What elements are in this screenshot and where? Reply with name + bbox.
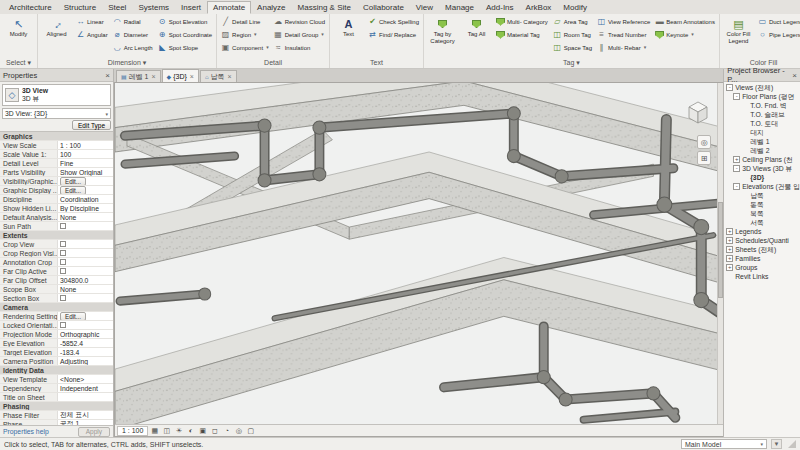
properties-help-link[interactable]: Properties help: [3, 428, 49, 435]
arc-length-dimension-button[interactable]: ◡ Arc Length: [111, 41, 155, 54]
property-row[interactable]: Projection Mode Orthographic: [0, 330, 113, 339]
property-row[interactable]: Dependency Independent: [0, 384, 113, 393]
apply-button[interactable]: Apply: [78, 427, 110, 437]
browser-item[interactable]: 남쪽: [724, 191, 800, 200]
browser-item[interactable]: + Sheets (전체): [724, 245, 800, 254]
tree-toggle-icon[interactable]: +: [726, 228, 733, 235]
browser-item[interactable]: - 3D Views (3D 뷰: [724, 164, 800, 173]
view-tab-close-icon[interactable]: ×: [190, 73, 194, 80]
browser-item[interactable]: + Families: [724, 254, 800, 263]
property-row[interactable]: Far Clip Offset 304800.0: [0, 276, 113, 285]
check-spelling-button[interactable]: ✔ Check Spelling: [366, 15, 421, 28]
visual-style-icon[interactable]: ◫: [161, 426, 172, 436]
spot-elevation-button[interactable]: ⊙ Spot Elevation: [156, 15, 214, 28]
detail-component-button[interactable]: ▣ Component ▾: [219, 41, 271, 54]
area-tag-button[interactable]: ▱ Area Tag: [551, 15, 594, 28]
browser-item[interactable]: 동쪽: [724, 200, 800, 209]
view-tab[interactable]: ◆ {3D} ×: [162, 69, 199, 82]
section-box-icon[interactable]: ▢: [245, 426, 256, 436]
property-row[interactable]: Graphics: [0, 132, 113, 141]
find-replace-button[interactable]: ⇄ Find/ Replace: [366, 28, 421, 41]
multi-rebar-button[interactable]: ∥ Multi- Rebar ▾: [595, 41, 652, 54]
tree-toggle-icon[interactable]: +: [726, 246, 733, 253]
ribbon-tab[interactable]: Steel: [102, 1, 132, 14]
3d-scene[interactable]: [115, 83, 723, 436]
ribbon-tab[interactable]: Massing & Site: [292, 1, 357, 14]
view-scale-control[interactable]: 1 : 100: [117, 426, 148, 436]
browser-item[interactable]: + Legends: [724, 227, 800, 236]
panel-label-tag[interactable]: Tag ▾: [425, 57, 718, 68]
panel-label-detail[interactable]: Detail: [218, 57, 328, 68]
steering-wheel-button[interactable]: ◎: [697, 135, 711, 149]
browser-item[interactable]: + Ceiling Plans (천: [724, 155, 800, 164]
color-fill-legend-button[interactable]: ▤ Color Fill Legend: [722, 15, 755, 57]
tree-toggle-icon[interactable]: +: [726, 255, 733, 262]
property-row[interactable]: Discipline Coordination: [0, 195, 113, 204]
view-reference-button[interactable]: ◫ View Reference: [595, 15, 652, 28]
project-browser-close-icon[interactable]: ×: [792, 71, 797, 80]
browser-item[interactable]: T.O. 토대: [724, 119, 800, 128]
view-tab[interactable]: ▤ 레벨 1 ×: [116, 70, 161, 82]
scrollbar-thumb[interactable]: [718, 202, 723, 297]
property-row[interactable]: Rendering Settings Edit...: [0, 312, 113, 321]
reveal-hidden-icon[interactable]: ◎: [233, 426, 244, 436]
ribbon-tab[interactable]: View: [410, 1, 439, 14]
aligned-dimension-button[interactable]: ↔ Aligned: [40, 15, 73, 57]
room-tag-button[interactable]: ◫ Room Tag: [551, 28, 594, 41]
edit-type-button[interactable]: Edit Type: [72, 120, 111, 130]
browser-item[interactable]: Revit Links: [724, 272, 800, 281]
view-tab[interactable]: ⌂ 남쪽 ×: [200, 70, 237, 82]
ribbon-tab[interactable]: Modify: [557, 1, 593, 14]
type-selector[interactable]: ◇ 3D View 3D 뷰: [2, 84, 111, 106]
view-cube[interactable]: [683, 97, 713, 131]
ribbon-tab[interactable]: Insert: [175, 1, 207, 14]
detail-level-icon[interactable]: ▦: [149, 426, 160, 436]
sun-path-icon[interactable]: ☀: [173, 426, 184, 436]
text-button[interactable]: A Text: [332, 15, 365, 57]
browser-item[interactable]: T.O. Fnd. 벽: [724, 101, 800, 110]
browser-item[interactable]: 대지: [724, 128, 800, 137]
tree-toggle-icon[interactable]: +: [733, 156, 740, 163]
browser-item[interactable]: 레벨 2: [724, 146, 800, 155]
browser-item[interactable]: T.O. 슬래브: [724, 110, 800, 119]
property-row[interactable]: Crop View: [0, 240, 113, 249]
property-row[interactable]: Default Analysis... None: [0, 213, 113, 222]
tree-toggle-icon[interactable]: -: [733, 165, 740, 172]
browser-item[interactable]: {3D}: [724, 173, 800, 182]
property-row[interactable]: View Template <None>: [0, 375, 113, 384]
revision-cloud-button[interactable]: ☁ Revision Cloud: [272, 15, 327, 28]
browser-item[interactable]: - Elevations (건물 입: [724, 182, 800, 191]
property-row[interactable]: Far Clip Active: [0, 267, 113, 276]
drawing-area[interactable]: ◎ ⊞ 1 : 100 ▦◫☀◐▣◻◔◎▢: [114, 82, 723, 437]
instance-combo[interactable]: 3D View: {3D} ▾: [2, 108, 111, 119]
selection-filter-icon[interactable]: ▼: [771, 439, 782, 449]
panel-label-select[interactable]: Select ▾: [1, 57, 36, 68]
property-row[interactable]: Target Elevation -183.4: [0, 348, 113, 357]
material-tag-button[interactable]: Material Tag: [494, 28, 550, 41]
space-tag-button[interactable]: ◫ Space Tag: [551, 41, 594, 54]
browser-item[interactable]: - Floor Plans (평면: [724, 92, 800, 101]
beam-annotations-button[interactable]: ▬ Beam Annotations: [653, 15, 717, 28]
viewport-scrollbar[interactable]: [717, 83, 723, 424]
browser-item[interactable]: 레벨 1: [724, 137, 800, 146]
panel-label-text[interactable]: Text: [331, 57, 422, 68]
property-row[interactable]: View Scale 1 : 100: [0, 141, 113, 150]
browser-item[interactable]: 서쪽: [724, 218, 800, 227]
tree-toggle-icon[interactable]: -: [733, 93, 740, 100]
ribbon-tab[interactable]: Systems: [132, 1, 175, 14]
property-row[interactable]: Parts Visibility Show Original: [0, 168, 113, 177]
ribbon-tab[interactable]: Structure: [58, 1, 102, 14]
property-row[interactable]: Eye Elevation -5852.4: [0, 339, 113, 348]
ribbon-tab[interactable]: Collaborate: [357, 1, 410, 14]
angular-dimension-button[interactable]: ∠ Angular: [74, 28, 110, 41]
multi-category-tag-button[interactable]: Multi- Category: [494, 15, 550, 28]
property-row[interactable]: Show Hidden Li... By Discipline: [0, 204, 113, 213]
tree-toggle-icon[interactable]: +: [726, 237, 733, 244]
property-row[interactable]: Visibility/Graphic... Edit...: [0, 177, 113, 186]
temporary-hide-isolate-icon[interactable]: ◔: [221, 426, 232, 436]
property-row[interactable]: Graphic Display ... Edit...: [0, 186, 113, 195]
property-row[interactable]: Extents: [0, 231, 113, 240]
crop-region-icon[interactable]: ◻: [209, 426, 220, 436]
design-options-select[interactable]: Main Model ▾: [681, 439, 767, 449]
spot-slope-button[interactable]: ◣ Spot Slope: [156, 41, 214, 54]
